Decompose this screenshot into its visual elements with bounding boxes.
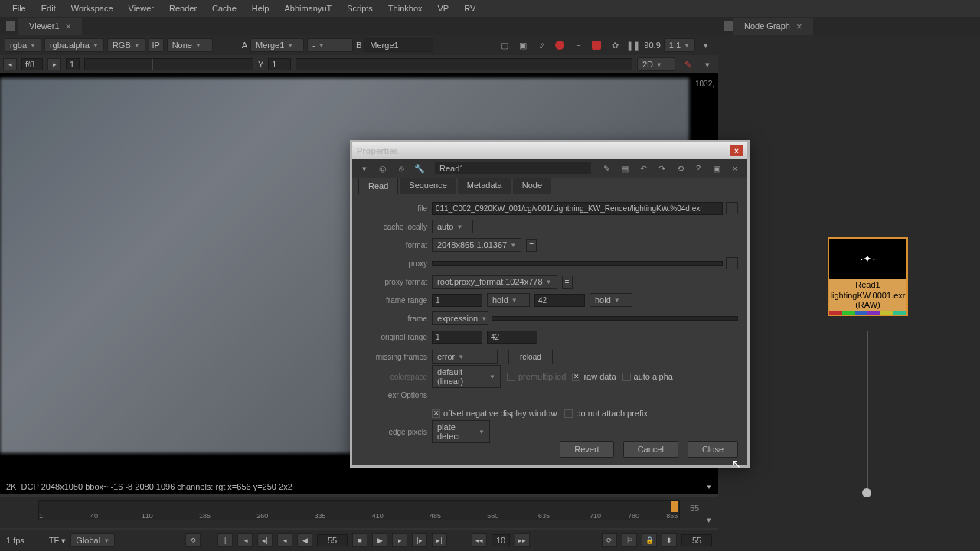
ratio-dd[interactable]: 1:1▼ [664,38,695,52]
format-eq-btn[interactable]: = [526,239,537,252]
frame-dd[interactable]: expression▼ [432,311,488,325]
next-btn[interactable]: ▸ [47,58,61,70]
gamma-slider[interactable] [296,58,632,70]
menu-thinkbox[interactable]: Thinkbox [382,1,429,16]
end-frame[interactable]: 55 [681,534,712,546]
tf-dd[interactable]: TF ▾ [49,536,67,546]
current-frame[interactable]: 55 [317,534,348,546]
pause-icon[interactable]: ❚❚ [626,38,641,52]
skip-fwd-icon[interactable]: ▸▸ [514,533,530,547]
prefix-check[interactable] [564,409,573,418]
edit-icon[interactable]: ✎ [599,161,614,175]
timeline-ruler[interactable]: 1 110 40 185 260 335 410 485 560 635 710… [38,500,680,520]
tab-nodegraph[interactable]: Node Graph × [733,18,813,35]
cancel-button[interactable]: Cancel [623,441,678,458]
orange-end[interactable]: 42 [487,331,537,344]
pformat-eq-btn[interactable]: = [562,276,573,289]
sync-icon[interactable]: ⟲ [185,533,201,547]
cache-dd[interactable]: auto▼ [432,220,473,233]
play-icon[interactable]: ▶ [372,533,387,547]
autoalpha-check[interactable] [622,373,631,381]
playhead[interactable] [671,501,678,512]
reload-button[interactable]: reload [508,350,553,364]
timeline-chev[interactable]: ▾ [701,513,717,527]
clip-icon[interactable]: ▢ [497,38,512,52]
stripes-icon[interactable]: ⫽ [534,38,549,52]
rec2-icon[interactable] [589,38,604,52]
loop-icon[interactable]: ⟳ [602,533,617,547]
dialog-close-icon[interactable]: × [730,145,743,156]
menu-user[interactable]: AbhimanyuT [278,1,338,16]
prev-btn[interactable]: ◂ [3,58,17,70]
offset-check[interactable]: ✕ [432,409,440,418]
menu-scripts[interactable]: Scripts [341,1,379,16]
step-fwd-icon[interactable]: ▸ [392,533,407,547]
file-field[interactable]: 011_C002_0920KW_001/cg/v001/Lightning_KW… [432,202,723,215]
frame-field[interactable]: 1 [66,58,80,70]
collapse-icon[interactable]: ▾ [357,161,372,175]
menu-viewer[interactable]: Viewer [122,1,160,16]
first-frame-icon[interactable]: |◂ [237,533,253,547]
menu-render[interactable]: Render [163,1,203,16]
frange-start[interactable]: 1 [432,294,482,307]
play-back-icon[interactable]: ◀ [297,533,312,547]
menu-cache[interactable]: Cache [206,1,243,16]
raw-check[interactable]: ✕ [572,373,580,381]
pencil-icon[interactable]: ✎ [680,57,695,71]
revert-icon[interactable]: ⟲ [672,161,688,175]
menu-vp[interactable]: VP [432,1,456,16]
wrench-icon[interactable]: 🔧 [412,161,427,175]
a-input-dd[interactable]: Merge1▼ [250,38,304,52]
proxy-dd[interactable]: None▼ [167,38,213,52]
pformat-dd[interactable]: root.proxy_format 1024x778▼ [432,275,557,289]
max-icon[interactable]: ▣ [709,161,724,175]
dialog-nodename[interactable]: Read1 [435,162,591,174]
node-output-dot[interactable] [862,488,871,497]
cspace-dd[interactable]: default (linear)▼ [432,365,501,388]
orange-start[interactable]: 1 [432,331,482,344]
frame-expr-field[interactable] [492,316,738,321]
note-icon[interactable]: ▤ [617,161,632,175]
frange-end[interactable]: 42 [534,294,585,307]
revert-button[interactable]: Revert [560,441,613,458]
missing-dd[interactable]: error▼ [432,350,498,364]
center-icon[interactable]: ◎ [375,161,390,175]
info-dd[interactable]: ▼ [706,484,712,491]
tab-viewer1[interactable]: Viewer1 × [18,18,82,35]
channel-dd-2[interactable]: rgba.alpha▼ [44,38,104,52]
zoom-value[interactable]: 90.9 [644,41,660,50]
help-icon[interactable]: ? [691,161,706,175]
proxy-field[interactable] [432,261,723,266]
chev-icon[interactable]: ▾ [700,57,715,71]
frange-mode1-dd[interactable]: hold▼ [487,293,530,307]
lines-icon[interactable]: ≡ [570,38,586,52]
close-icon[interactable]: × [796,21,802,32]
dim-dd[interactable]: 2D▼ [637,57,675,71]
dialog-titlebar[interactable]: Properties × [352,142,747,159]
next-key-icon[interactable]: |▸ [412,533,427,547]
menu-rv[interactable]: RV [458,1,482,16]
file-browse-icon[interactable] [726,202,738,214]
close-button[interactable]: Close [688,441,738,458]
tab-sequence[interactable]: Sequence [400,178,456,194]
menu-workspace[interactable]: Workspace [65,1,119,16]
wipe-dd[interactable]: -▼ [307,38,353,52]
link-icon[interactable]: ⎋ [394,161,409,175]
ip-button[interactable]: IP [149,38,164,52]
last-frame-icon[interactable]: ▸| [432,533,447,547]
skip-back-icon[interactable]: ◂◂ [472,533,487,547]
global-dd[interactable]: Global▼ [70,533,115,547]
lock-icon[interactable]: 🔒 [642,533,657,547]
fstop-field[interactable]: f/8 [21,58,43,70]
menu-file[interactable]: File [6,1,32,16]
edge-dd[interactable]: plate detect▼ [432,420,490,443]
record-icon[interactable] [552,38,567,52]
undo-icon[interactable]: ↶ [635,161,651,175]
tab-read[interactable]: Read [358,178,398,194]
step-back-icon[interactable]: ◂ [277,533,292,547]
proxy-browse-icon[interactable] [726,257,738,269]
menu-help[interactable]: Help [246,1,276,16]
premult-check[interactable] [507,373,515,381]
gain-slider[interactable] [84,58,253,70]
gear-icon[interactable]: ✿ [607,38,622,52]
